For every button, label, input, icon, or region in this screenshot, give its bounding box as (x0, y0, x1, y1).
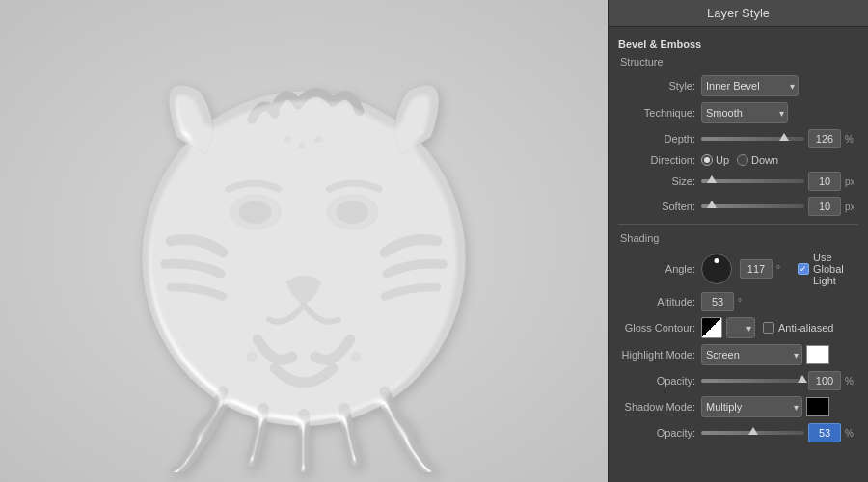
shadow-mode-dropdown-wrapper[interactable]: Multiply Normal Screen Overlay (701, 396, 802, 417)
canvas-area (0, 0, 608, 482)
soften-slider-thumb (707, 201, 717, 208)
highlight-opacity-row: Opacity: % (618, 371, 858, 390)
depth-unit: % (845, 134, 858, 145)
altitude-label: Altitude: (618, 296, 695, 308)
soften-unit: px (845, 201, 858, 212)
shadow-mode-row: Shadow Mode: Multiply Normal Screen Over… (618, 396, 858, 417)
shadow-mode-select[interactable]: Multiply Normal Screen Overlay (701, 396, 802, 417)
depth-input[interactable]: 126 (808, 129, 841, 148)
shadow-opacity-track[interactable] (701, 431, 804, 435)
shadow-opacity-content: % (701, 423, 858, 442)
size-slider-thumb (707, 175, 717, 183)
highlight-mode-select[interactable]: Screen Normal Multiply Overlay (701, 344, 802, 365)
shadow-color-swatch[interactable] (806, 397, 829, 416)
angle-input[interactable] (740, 259, 773, 279)
direction-radio-group: Up Down (701, 154, 778, 166)
size-slider-track[interactable] (701, 179, 804, 183)
size-row: Size: px (618, 172, 858, 191)
style-content: Inner Bevel Outer Bevel Emboss Pillow Em… (701, 75, 858, 96)
direction-row: Direction: Up Down (618, 154, 858, 166)
altitude-content: ° (701, 292, 858, 311)
gloss-contour-dropdown-wrapper[interactable] (726, 317, 755, 338)
highlight-opacity-content: % (701, 371, 858, 390)
shadow-opacity-input[interactable] (808, 423, 841, 442)
altitude-input[interactable] (701, 292, 734, 311)
highlight-mode-dropdown-wrapper[interactable]: Screen Normal Multiply Overlay (701, 344, 802, 365)
depth-slider-thumb (779, 133, 789, 141)
shadow-opacity-thumb (748, 427, 758, 435)
svg-point-6 (351, 352, 361, 362)
depth-slider-track[interactable] (701, 137, 804, 141)
angle-label: Angle: (618, 263, 695, 275)
angle-unit: ° (776, 264, 790, 275)
soften-slider-track[interactable] (701, 204, 804, 208)
altitude-row: Altitude: ° (618, 292, 858, 311)
svg-point-4 (337, 201, 369, 224)
soften-content: px (701, 197, 858, 216)
highlight-mode-content: Screen Normal Multiply Overlay (701, 344, 858, 365)
direction-down-label: Down (751, 154, 778, 166)
shadow-opacity-row: Opacity: % (618, 423, 858, 442)
direction-content: Up Down (701, 154, 858, 166)
style-label: Style: (618, 80, 695, 92)
soften-label: Soften: (618, 201, 695, 212)
anti-aliased-checkbox[interactable] (763, 322, 774, 334)
global-light-label: Use Global Light (813, 252, 858, 286)
panel-title: Layer Style (609, 0, 868, 27)
highlight-mode-label: Highlight Mode: (618, 349, 695, 361)
angle-row: Angle: ° Use Global Light (618, 252, 858, 286)
style-dropdown-wrapper[interactable]: Inner Bevel Outer Bevel Emboss Pillow Em… (701, 75, 799, 96)
subsection-structure: Structure (620, 56, 858, 67)
technique-select[interactable]: Smooth Chisel Hard Chisel Soft (701, 102, 788, 123)
shadow-opacity-unit: % (845, 428, 858, 439)
direction-label: Direction: (618, 154, 695, 166)
gloss-contour-content: Anti-aliased (701, 317, 858, 338)
technique-dropdown-wrapper[interactable]: Smooth Chisel Hard Chisel Soft (701, 102, 788, 123)
soften-input[interactable] (808, 197, 841, 216)
highlight-opacity-thumb (798, 375, 807, 383)
tiger-illustration (72, 10, 535, 472)
highlight-opacity-unit: % (845, 376, 858, 387)
gloss-contour-preview[interactable] (701, 317, 722, 338)
size-unit: px (845, 176, 858, 187)
technique-row: Technique: Smooth Chisel Hard Chisel Sof… (618, 102, 858, 123)
direction-up-radio[interactable] (701, 154, 713, 166)
highlight-opacity-slider-container[interactable] (701, 379, 804, 383)
size-input[interactable] (808, 172, 841, 191)
angle-dot (715, 258, 719, 263)
direction-down-radio[interactable] (737, 154, 748, 166)
angle-wheel[interactable] (701, 254, 732, 284)
gloss-contour-select[interactable] (726, 317, 755, 338)
direction-up-item[interactable]: Up (701, 154, 729, 166)
depth-label: Depth: (618, 133, 695, 145)
shadow-opacity-slider-container[interactable] (701, 431, 804, 435)
layer-style-panel: Layer Style Bevel & Emboss Structure Sty… (608, 0, 868, 482)
svg-point-3 (239, 201, 272, 224)
size-content: px (701, 172, 858, 191)
highlight-opacity-input[interactable] (808, 371, 841, 390)
anti-aliased-item[interactable]: Anti-aliased (763, 322, 833, 334)
depth-row: Depth: 126 % (618, 129, 858, 148)
angle-content: ° Use Global Light (701, 252, 858, 286)
direction-down-item[interactable]: Down (737, 154, 778, 166)
depth-slider-container[interactable] (701, 137, 804, 141)
gloss-contour-row: Gloss Contour: Anti-aliased (618, 317, 858, 338)
style-select[interactable]: Inner Bevel Outer Bevel Emboss Pillow Em… (701, 75, 799, 96)
divider-1 (618, 224, 858, 225)
altitude-unit: ° (738, 297, 751, 308)
soften-slider-container[interactable] (701, 204, 804, 208)
size-slider-container[interactable] (701, 179, 804, 183)
highlight-opacity-track[interactable] (701, 379, 804, 383)
anti-aliased-label: Anti-aliased (778, 322, 833, 334)
shadow-mode-label: Shadow Mode: (618, 401, 695, 413)
highlight-mode-row: Highlight Mode: Screen Normal Multiply O… (618, 344, 858, 365)
section-bevel-emboss: Bevel & Emboss (618, 39, 858, 50)
global-light-item[interactable]: Use Global Light (798, 252, 858, 286)
global-light-checkbox[interactable] (798, 263, 809, 275)
technique-content: Smooth Chisel Hard Chisel Soft (701, 102, 858, 123)
panel-body: Bevel & Emboss Structure Style: Inner Be… (609, 27, 868, 482)
gloss-contour-label: Gloss Contour: (618, 322, 695, 334)
style-row: Style: Inner Bevel Outer Bevel Emboss Pi… (618, 75, 858, 96)
highlight-color-swatch[interactable] (806, 345, 829, 364)
technique-label: Technique: (618, 107, 695, 119)
